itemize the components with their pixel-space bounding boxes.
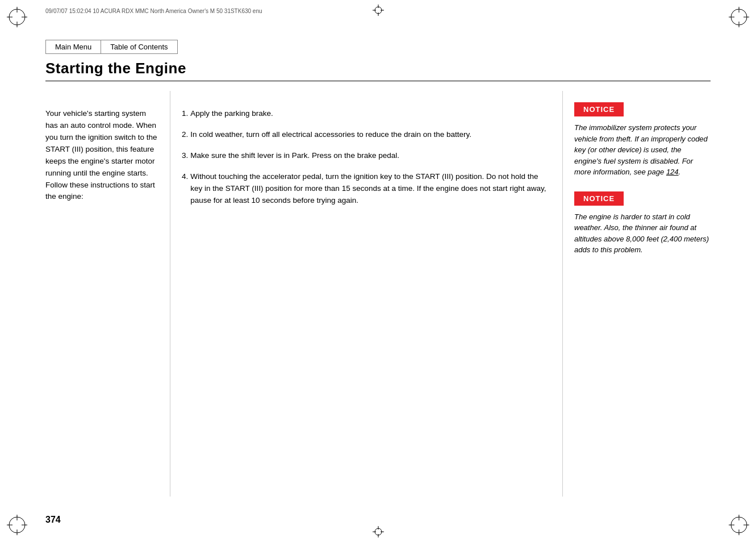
corner-decoration-tl (7, 7, 27, 27)
notice-2-text: The engine is harder to start in cold we… (574, 211, 711, 256)
nav-bar: Main Menu Table of Contents (45, 40, 178, 54)
corner-decoration-br (729, 515, 749, 535)
step-1-num: 1. (182, 108, 188, 120)
left-column: Your vehicle's starting system has an au… (45, 91, 170, 497)
intro-text: Your vehicle's starting system has an au… (45, 108, 158, 203)
crosshair-top (373, 5, 384, 16)
step-3-text: Make sure the shift lever is in Park. Pr… (190, 150, 551, 162)
main-menu-button[interactable]: Main Menu (45, 40, 101, 54)
page-title-area: Starting the Engine (45, 60, 711, 81)
step-2-text: In cold weather, turn off all electrical… (190, 129, 551, 141)
corner-decoration-bl (7, 515, 27, 535)
step-3-num: 3. (182, 150, 188, 162)
step-1-text: Apply the parking brake. (190, 108, 551, 120)
step-2: 2. In cold weather, turn off all electri… (182, 129, 551, 141)
notice-2-label: NOTICE (574, 191, 624, 206)
page-title: Starting the Engine (45, 60, 711, 77)
notice-1-text: The immobilizer system protects your veh… (574, 122, 711, 178)
step-4-num: 4. (182, 171, 188, 207)
content-area: Your vehicle's starting system has an au… (45, 91, 711, 497)
middle-column: 1. Apply the parking brake. 2. In cold w… (170, 91, 563, 497)
step-3: 3. Make sure the shift lever is in Park.… (182, 150, 551, 162)
print-info: 09/07/07 15:02:04 10 ACURA RDX MMC North… (45, 8, 262, 14)
step-1: 1. Apply the parking brake. (182, 108, 551, 120)
notice-1-label: NOTICE (574, 102, 624, 116)
right-column: NOTICE The immobilizer system protects y… (563, 91, 711, 497)
notice-2: NOTICE The engine is harder to start in … (574, 191, 711, 256)
step-2-num: 2. (182, 129, 188, 141)
notice-1: NOTICE The immobilizer system protects y… (574, 102, 711, 178)
page-container: 09/07/07 15:02:04 10 ACURA RDX MMC North… (0, 0, 756, 542)
corner-decoration-tr (729, 7, 749, 27)
crosshair-bottom (373, 526, 384, 537)
notice-1-link[interactable]: 124 (666, 168, 679, 176)
page-number: 374 (45, 515, 61, 525)
toc-button[interactable]: Table of Contents (101, 40, 177, 54)
step-4-text: Without touching the accelerator pedal, … (190, 171, 551, 207)
step-4: 4. Without touching the accelerator peda… (182, 171, 551, 207)
